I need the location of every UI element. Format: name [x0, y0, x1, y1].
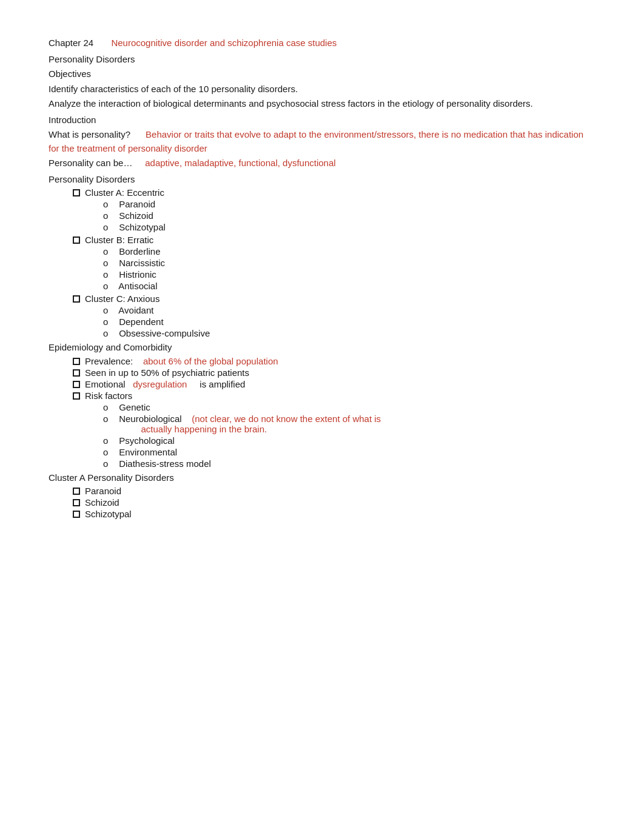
cluster-b-histrionic: o Histrionic — [103, 269, 594, 280]
personality-can-be-answer: adaptive, maladaptive, functional, dysfu… — [145, 158, 335, 168]
objective-1: Identify characteristics of each of the … — [49, 82, 594, 96]
risk-environmental: o Environmental — [103, 447, 594, 457]
risk-factors-item: Risk factors — [73, 391, 594, 401]
cluster-a-pers-schizotypal: Schizotypal — [73, 509, 594, 519]
bullet-square-emotional — [73, 381, 80, 388]
chapter-header: Chapter 24 Neurocognitive disorder and s… — [49, 36, 594, 50]
risk-factors-label: Risk factors — [85, 391, 132, 401]
cluster-a-schizotypal: o Schizotypal — [103, 222, 594, 232]
risk-genetic: o Genetic — [103, 402, 594, 412]
epidemiology-heading: Epidemiology and Comorbidity — [49, 341, 594, 355]
seen-in-item: Seen in up to 50% of psychiatric patient… — [73, 367, 594, 378]
cluster-c-label: Cluster C: Anxious — [85, 293, 159, 304]
bullet-square-ap3 — [73, 511, 80, 518]
cluster-b-item: Cluster B: Erratic — [73, 235, 594, 245]
risk-diathesis: o Diathesis-stress model — [103, 458, 594, 469]
prevalence-value: about 6% of the global population — [143, 356, 278, 366]
bullet-square-seen — [73, 369, 80, 377]
cluster-b-label: Cluster B: Erratic — [85, 235, 153, 245]
bullet-square-icon-b — [73, 236, 80, 244]
cluster-a-pers-schizoid: Schizoid — [73, 497, 594, 508]
prevalence-item: Prevalence: about 6% of the global popul… — [73, 356, 594, 366]
cluster-c-obsessive: o Obsessive-compulsive — [103, 328, 594, 338]
objectives-heading: Objectives — [49, 67, 594, 81]
personality-disorders-heading: Personality Disorders — [49, 53, 594, 67]
cluster-c-dependent: o Dependent — [103, 317, 594, 327]
bullet-square-icon — [73, 189, 80, 196]
cluster-a-pers-paranoid: Paranoid — [73, 486, 594, 496]
cluster-a-personality-heading: Cluster A Personality Disorders — [49, 471, 594, 485]
cluster-a-item: Cluster A: Eccentric — [73, 187, 594, 198]
personality-can-be: Personality can be… adaptive, maladaptiv… — [49, 156, 594, 170]
bullet-square-ap2 — [73, 499, 80, 506]
cluster-a-paranoid: o Paranoid — [103, 199, 594, 209]
emotional-item: Emotional dysregulation is amplified — [73, 379, 594, 389]
personality-disorders-section: Personality Disorders — [49, 173, 594, 187]
what-is-personality: What is personality? Behavior or traits … — [49, 128, 594, 155]
bullet-square-ap1 — [73, 488, 80, 495]
chapter-title: Neurocognitive disorder and schizophreni… — [111, 38, 337, 48]
seen-in-text: Seen in up to 50% of psychiatric patient… — [85, 367, 249, 378]
risk-psychological: o Psychological — [103, 435, 594, 446]
bullet-square-icon-c — [73, 295, 80, 303]
cluster-b-borderline: o Borderline — [103, 246, 594, 257]
cluster-b-antisocial: o Antisocial — [103, 281, 594, 291]
emotional-line: Emotional dysregulation is amplified — [85, 379, 245, 389]
cluster-b-narcissistic: o Narcissistic — [103, 258, 594, 268]
prevalence-line: Prevalence: about 6% of the global popul… — [85, 356, 278, 366]
cluster-c-item: Cluster C: Anxious — [73, 293, 594, 304]
objective-2: Analyze the interaction of biological de… — [49, 97, 594, 111]
bullet-square-risk — [73, 392, 80, 400]
risk-neurobiological: o Neurobiological (not clear, we do not … — [103, 414, 594, 434]
cluster-a-label: Cluster A: Eccentric — [85, 187, 164, 198]
chapter-label: Chapter 24 — [49, 38, 93, 48]
introduction-heading: Introduction — [49, 113, 594, 127]
bullet-square-prev — [73, 358, 80, 365]
cluster-c-avoidant: o Avoidant — [103, 305, 594, 315]
cluster-a-schizoid: o Schizoid — [103, 210, 594, 221]
